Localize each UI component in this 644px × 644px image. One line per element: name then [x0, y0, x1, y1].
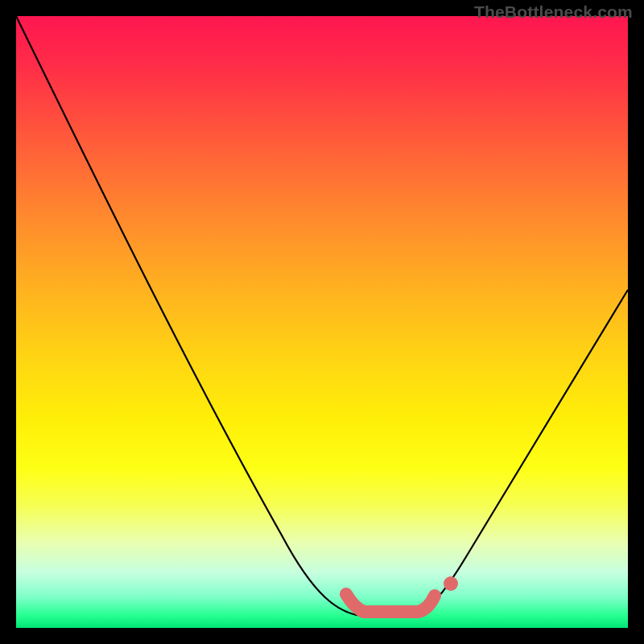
plot-frame — [16, 16, 628, 628]
highlight-end-dot — [444, 576, 458, 591]
curve-layer — [16, 16, 628, 628]
watermark-text: TheBottleneck.com — [474, 2, 633, 22]
bottom-highlight-segment — [346, 594, 435, 612]
bottleneck-curve — [16, 16, 628, 616]
